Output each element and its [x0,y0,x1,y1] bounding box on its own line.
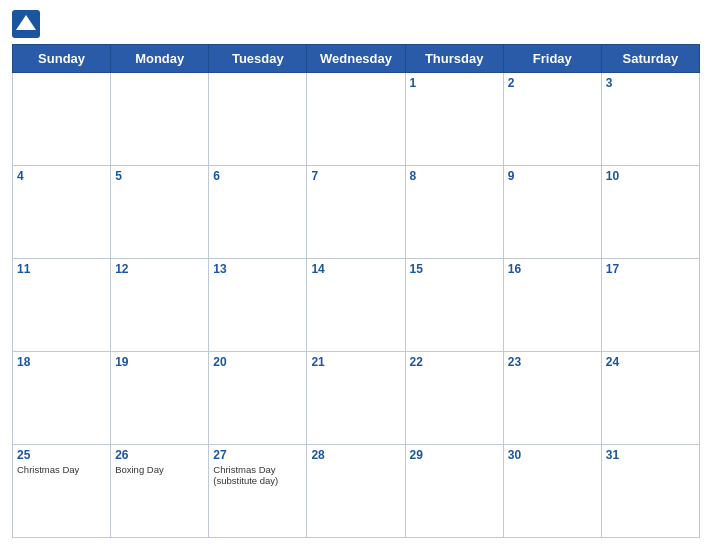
calendar-day-cell: 19 [111,352,209,445]
calendar-day-cell: 22 [405,352,503,445]
weekday-header-row: SundayMondayTuesdayWednesdayThursdayFrid… [13,45,700,73]
day-number: 28 [311,448,400,462]
calendar-day-cell: 3 [601,73,699,166]
day-number: 24 [606,355,695,369]
weekday-header: Tuesday [209,45,307,73]
day-number: 22 [410,355,499,369]
calendar-day-cell: 5 [111,166,209,259]
holiday-name: Boxing Day [115,464,204,475]
calendar-day-cell: 23 [503,352,601,445]
calendar-day-cell: 16 [503,259,601,352]
calendar-day-cell: 11 [13,259,111,352]
day-number: 27 [213,448,302,462]
day-number: 4 [17,169,106,183]
calendar-day-cell: 15 [405,259,503,352]
day-number: 29 [410,448,499,462]
logo [12,10,44,38]
weekday-header: Saturday [601,45,699,73]
calendar-day-cell: 24 [601,352,699,445]
calendar-day-cell: 6 [209,166,307,259]
holiday-name: Christmas Day (substitute day) [213,464,302,487]
calendar-day-cell: 14 [307,259,405,352]
calendar-week-row: 45678910 [13,166,700,259]
day-number: 5 [115,169,204,183]
calendar-day-cell: 8 [405,166,503,259]
day-number: 30 [508,448,597,462]
calendar-day-cell: 27Christmas Day (substitute day) [209,445,307,538]
weekday-header: Thursday [405,45,503,73]
calendar-day-cell: 20 [209,352,307,445]
day-number: 8 [410,169,499,183]
day-number: 2 [508,76,597,90]
calendar-wrapper: SundayMondayTuesdayWednesdayThursdayFrid… [0,0,712,550]
day-number: 15 [410,262,499,276]
calendar-table: SundayMondayTuesdayWednesdayThursdayFrid… [12,44,700,538]
calendar-day-cell: 28 [307,445,405,538]
calendar-day-cell: 29 [405,445,503,538]
calendar-day-cell [111,73,209,166]
calendar-day-cell: 18 [13,352,111,445]
day-number: 21 [311,355,400,369]
weekday-header: Sunday [13,45,111,73]
calendar-day-cell: 26Boxing Day [111,445,209,538]
day-number: 11 [17,262,106,276]
calendar-day-cell: 13 [209,259,307,352]
day-number: 31 [606,448,695,462]
day-number: 14 [311,262,400,276]
day-number: 13 [213,262,302,276]
day-number: 6 [213,169,302,183]
calendar-week-row: 18192021222324 [13,352,700,445]
day-number: 20 [213,355,302,369]
day-number: 19 [115,355,204,369]
holiday-name: Christmas Day [17,464,106,475]
calendar-day-cell: 2 [503,73,601,166]
day-number: 10 [606,169,695,183]
day-number: 16 [508,262,597,276]
day-number: 9 [508,169,597,183]
calendar-day-cell [307,73,405,166]
logo-icon [12,10,40,38]
day-number: 26 [115,448,204,462]
calendar-day-cell: 1 [405,73,503,166]
day-number: 23 [508,355,597,369]
calendar-day-cell: 17 [601,259,699,352]
day-number: 12 [115,262,204,276]
calendar-week-row: 25Christmas Day26Boxing Day27Christmas D… [13,445,700,538]
day-number: 1 [410,76,499,90]
calendar-header [12,10,700,38]
day-number: 17 [606,262,695,276]
calendar-day-cell: 4 [13,166,111,259]
day-number: 18 [17,355,106,369]
calendar-day-cell: 30 [503,445,601,538]
calendar-day-cell: 31 [601,445,699,538]
calendar-day-cell: 25Christmas Day [13,445,111,538]
weekday-header: Friday [503,45,601,73]
calendar-day-cell: 9 [503,166,601,259]
weekday-header: Wednesday [307,45,405,73]
calendar-week-row: 123 [13,73,700,166]
day-number: 25 [17,448,106,462]
calendar-day-cell [13,73,111,166]
calendar-day-cell: 7 [307,166,405,259]
weekday-header: Monday [111,45,209,73]
day-number: 7 [311,169,400,183]
calendar-day-cell: 21 [307,352,405,445]
calendar-day-cell [209,73,307,166]
day-number: 3 [606,76,695,90]
calendar-week-row: 11121314151617 [13,259,700,352]
calendar-day-cell: 10 [601,166,699,259]
calendar-day-cell: 12 [111,259,209,352]
